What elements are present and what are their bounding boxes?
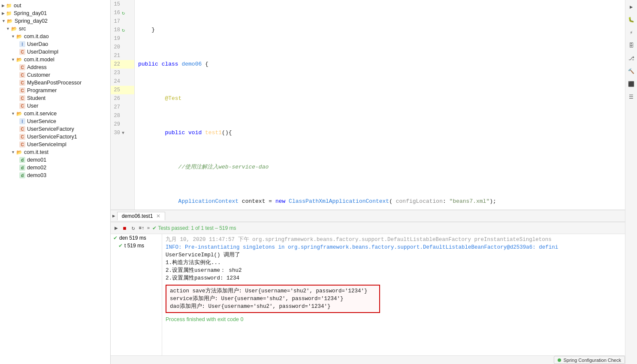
run-left-item-t[interactable]: ✔ t 519 ms (111, 242, 162, 250)
gutter-icon-30: ▼ (122, 131, 130, 135)
gutter-20: 20 (111, 43, 134, 51)
side-icon-2[interactable]: 🐛 (627, 15, 636, 24)
run-panel: ▶ demo06.test1 ✕ ▶ ◼ ↻ ≡↑ » ✔ Tests pass… (111, 210, 625, 364)
sidebar-item-com-it-test[interactable]: ▼ 📂 com.it.test (0, 148, 110, 156)
output-line-6: 2.设置属性password: 1234 (166, 274, 622, 282)
side-icon-7[interactable]: ⬛ (627, 80, 636, 88)
spring-check-popup[interactable]: Spring Configuration Check (554, 356, 625, 364)
class-icon-userservicefactory1: C (19, 133, 26, 140)
output-redbox: action save方法添加用户: User{username='shu2',… (166, 285, 380, 313)
sidebar-item-User[interactable]: C User (0, 102, 110, 110)
test-icon-demo02: d (19, 164, 26, 171)
sidebar-item-UserServiceFactory1[interactable]: C UserServiceFactory1 (0, 133, 110, 141)
sidebar-item-demo02[interactable]: d demo02 (0, 164, 110, 171)
code-line-17: @Test (138, 94, 625, 103)
linenum-23: 23 (111, 70, 122, 76)
sidebar-label-demo03: demo03 (27, 172, 46, 178)
test-icon-demo01: d (19, 156, 26, 163)
run-rerun-button[interactable]: ↻ (130, 224, 136, 232)
linenum-24: 24 (111, 78, 122, 84)
linenum-25: 25 (111, 87, 122, 93)
arrow-src: ▼ (6, 27, 10, 31)
sidebar-item-demo03[interactable]: d demo03 (0, 171, 110, 179)
linenum-21: 21 (111, 53, 122, 59)
sidebar-item-UserDaoImpl[interactable]: C UserDaoImpl (0, 48, 110, 56)
sidebar-item-UserServiceFactory[interactable]: C UserServiceFactory (0, 125, 110, 133)
run-output[interactable]: 九月 10, 2020 11:47:57 下午 org.springframew… (162, 234, 625, 355)
linenum-28: 28 (111, 113, 122, 119)
sidebar-label-spring-day01: Spring_day01 (14, 10, 47, 16)
run-arrow-button[interactable]: » (147, 226, 150, 231)
sidebar-item-UserService[interactable]: I UserService (0, 117, 110, 125)
sidebar-item-Address[interactable]: C Address (0, 63, 110, 71)
sidebar-item-Student[interactable]: C Student (0, 94, 110, 102)
class-icon-programmer: C (19, 87, 26, 94)
gutter-27: 27 (111, 103, 134, 111)
right-side-icons: ▶ 🐛 ⚡ 🗄 ⎇ 🔨 ⬛ ☰ (625, 0, 637, 364)
sidebar-item-spring-day02[interactable]: ▼ 📂 Spring_day02 (0, 17, 110, 25)
side-icon-6[interactable]: 🔨 (627, 67, 636, 75)
linenum-16: 16 (111, 10, 122, 16)
sidebar-item-src[interactable]: ▼ 📂 src (0, 25, 110, 33)
sidebar-item-demo01[interactable]: d demo01 (0, 156, 110, 164)
spring-dot-icon (558, 358, 561, 362)
class-icon-userserviceimpl: C (19, 141, 26, 148)
classname-16: demo06 (181, 60, 202, 69)
close-tab-icon[interactable]: ✕ (156, 213, 160, 219)
code-panel[interactable]: 15 16 ↻ 17 18 ↻ (111, 0, 625, 210)
sidebar-item-com-it-model[interactable]: ▼ 📂 com.it.model (0, 56, 110, 63)
gutter-22: 22 (111, 60, 134, 69)
output-line-1: 九月 10, 2020 11:47:57 下午 org.springframew… (166, 236, 622, 244)
sidebar-item-out[interactable]: ▶ 📁 out (0, 2, 110, 9)
sidebar-item-UserDao[interactable]: I UserDao (0, 40, 110, 48)
sidebar-label-Programmer: Programmer (27, 87, 57, 93)
run-stop-button[interactable]: ◼ (122, 224, 128, 232)
folder-icon-com-it-test: 📂 (16, 149, 23, 156)
side-icon-8[interactable]: ☰ (627, 93, 636, 101)
gutter-19: 19 (111, 34, 134, 43)
linenum-20: 20 (111, 44, 122, 50)
sidebar-label-src: src (19, 26, 26, 32)
gutter-15: 15 (111, 0, 134, 9)
gutter-icon-16: ↻ (122, 10, 130, 16)
gutter-30: 30 ▼ (111, 129, 134, 137)
code-content[interactable]: } public class demo06 { @Test public voi… (135, 0, 625, 210)
run-item-label-den: den 519 ms (119, 235, 146, 241)
linenum-19: 19 (111, 36, 122, 42)
side-icon-3[interactable]: ⚡ (627, 28, 636, 37)
sidebar-item-com-it-service[interactable]: ▼ 📂 com.it.service (0, 110, 110, 117)
sidebar-item-Customer[interactable]: C Customer (0, 71, 110, 79)
run-tab-demo06[interactable]: demo06.test1 ✕ (117, 212, 165, 220)
arrow-out: ▶ (2, 3, 5, 8)
sidebar-item-com-it-dao[interactable]: ▼ 📂 com.it.dao (0, 33, 110, 40)
linenum-15: 15 (111, 1, 122, 7)
class-icon-userservicefactory: C (19, 126, 26, 132)
check-icon-den: ✔ (113, 235, 118, 241)
side-icon-5[interactable]: ⎇ (627, 54, 636, 63)
run-sort-button[interactable]: ≡↑ (139, 226, 144, 231)
code-line-19: //使用注解注入web-service-dao (138, 163, 625, 171)
side-icon-1[interactable]: ▶ (627, 3, 636, 11)
linenum-30: 30 (111, 130, 122, 136)
sidebar-item-Programmer[interactable]: C Programmer (0, 87, 110, 94)
sidebar-label-UserServiceImpl: UserServiceImpl (27, 141, 66, 147)
class-icon-mybeanpostprocessor: C (19, 79, 26, 86)
redbox-line-2: service添加用户: User{username='shu2', passw… (170, 295, 376, 303)
test-icon-demo03: d (19, 172, 26, 179)
gutter-23: 23 (111, 69, 134, 77)
sidebar-item-UserServiceImpl[interactable]: C UserServiceImpl (0, 141, 110, 148)
run-play-button[interactable]: ▶ (113, 224, 119, 232)
gutter-icon-18: ↻ (122, 27, 130, 33)
editor-area: 15 16 ↻ 17 18 ↻ (111, 0, 625, 364)
linenum-22: 22 (111, 61, 122, 67)
sidebar-item-spring-day01[interactable]: ▶ 📁 Spring_day01 (0, 9, 110, 17)
sidebar-item-MyBeanPostProcessor[interactable]: C MyBeanPostProcessor (0, 79, 110, 87)
kw-public-18: public (138, 129, 185, 137)
sidebar-label-com-it-test: com.it.test (24, 149, 48, 155)
method-name-18: test1 (205, 129, 222, 137)
arrow-com-it-dao: ▼ (11, 34, 15, 39)
folder-icon-spring-day01: 📁 (6, 10, 12, 17)
run-left-item-den[interactable]: ✔ den 519 ms (111, 234, 162, 242)
side-icon-4[interactable]: 🗄 (627, 41, 636, 50)
code-text-17: @Test (138, 94, 181, 103)
